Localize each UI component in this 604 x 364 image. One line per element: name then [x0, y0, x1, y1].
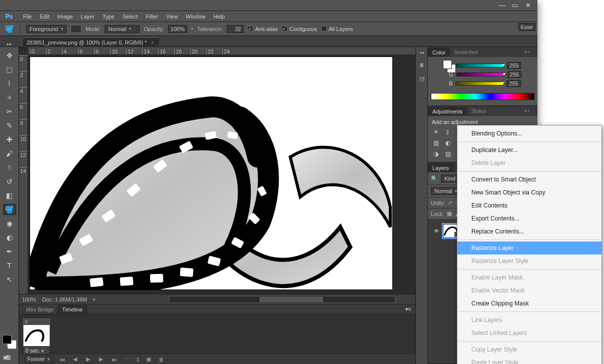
- ctx-export-contents[interactable]: Export Contents...: [457, 212, 601, 225]
- contiguous-checkbox[interactable]: ✓Contiguous: [282, 26, 317, 32]
- crop-tool[interactable]: ✂: [3, 106, 16, 117]
- tab-color[interactable]: Color: [428, 48, 450, 56]
- close-button[interactable]: ✕: [521, 2, 534, 10]
- last-frame-icon[interactable]: ⏭: [110, 356, 118, 362]
- opacity-value[interactable]: 100%: [168, 25, 187, 33]
- workspace-switcher[interactable]: Esse: [518, 23, 535, 31]
- move-tool[interactable]: ✥: [3, 50, 16, 61]
- info-dropdown-icon[interactable]: ▸: [93, 296, 96, 302]
- blur-tool[interactable]: ◉: [3, 218, 16, 229]
- color-spectrum[interactable]: [431, 93, 534, 100]
- b-value[interactable]: 255: [506, 80, 520, 87]
- r-value[interactable]: 255: [507, 62, 521, 69]
- menu-window[interactable]: Window: [182, 11, 209, 22]
- loop-dropdown[interactable]: Forever: [24, 356, 53, 363]
- vibrance-icon[interactable]: ▥: [432, 139, 440, 147]
- posterize-icon[interactable]: ▤: [444, 150, 452, 158]
- stamp-tool[interactable]: ⎍: [3, 162, 16, 173]
- menu-image[interactable]: Image: [54, 11, 77, 22]
- r-slider[interactable]: ▾: [456, 64, 504, 68]
- properties-panel-icon[interactable]: ◳: [419, 76, 424, 82]
- tab-layers[interactable]: Layers: [428, 164, 453, 172]
- doc-size-info[interactable]: Doc: 1.06M/1.38M: [42, 296, 87, 302]
- frame-duration[interactable]: 0 sec. ▾: [23, 346, 50, 354]
- tab-adjustments[interactable]: Adjustments: [428, 107, 467, 116]
- paint-bucket-tool[interactable]: 🪣: [3, 204, 16, 215]
- marquee-tool[interactable]: ▢: [3, 64, 16, 75]
- b-slider[interactable]: ▾: [455, 82, 503, 86]
- menu-filter[interactable]: Filter: [142, 11, 162, 22]
- horizontal-scrollbar[interactable]: [169, 296, 395, 303]
- ctx-convert-to-smart-object[interactable]: Convert to Smart Object: [457, 173, 601, 186]
- type-tool[interactable]: T: [3, 260, 16, 271]
- blend-mode-dropdown[interactable]: Normal: [431, 187, 460, 195]
- ctx-blending-options[interactable]: Blending Options...: [457, 127, 601, 140]
- prev-frame-icon[interactable]: ◀: [71, 356, 79, 362]
- tab-strip-expand-icon[interactable]: ▸▸: [7, 42, 12, 46]
- levels-icon[interactable]: ⫿: [444, 128, 452, 136]
- tolerance-value[interactable]: 32: [227, 25, 244, 33]
- lasso-tool[interactable]: ⌇: [3, 78, 16, 89]
- play-icon[interactable]: ▶: [84, 356, 92, 362]
- panel-menu-icon[interactable]: ▾≡: [405, 306, 411, 312]
- delete-frame-icon[interactable]: 🗑: [158, 356, 166, 362]
- document-canvas[interactable]: [30, 57, 392, 290]
- layer-context-menu[interactable]: Blending Options...Duplicate Layer...Del…: [457, 125, 602, 364]
- fill-source-dropdown[interactable]: Foreground: [26, 25, 67, 33]
- tab-styles[interactable]: Styles: [467, 107, 490, 115]
- menu-layer[interactable]: Layer: [77, 11, 99, 22]
- first-frame-icon[interactable]: ⏮: [58, 356, 66, 362]
- color-panel-menu-icon[interactable]: ▾≡: [520, 48, 534, 56]
- antialias-checkbox[interactable]: ✓Anti-alias: [248, 26, 278, 32]
- g-slider[interactable]: ▾: [456, 72, 504, 76]
- quickmask-icon[interactable]: ◙: [4, 354, 7, 361]
- brush-tool[interactable]: 🖌: [3, 148, 16, 159]
- visibility-toggle-icon[interactable]: 👁: [433, 228, 440, 234]
- history-panel-icon[interactable]: ≣: [419, 62, 424, 68]
- tween-icon[interactable]: ⋯: [123, 356, 131, 362]
- lock-pixels-icon[interactable]: ▦: [447, 210, 452, 217]
- g-value[interactable]: 255: [507, 71, 521, 78]
- all-layers-checkbox[interactable]: All Layers: [321, 26, 353, 32]
- ctx-edit-contents[interactable]: Edit Contents: [457, 199, 601, 212]
- minimize-button[interactable]: —: [495, 2, 508, 10]
- zoom-level[interactable]: 100%: [22, 296, 36, 302]
- foreground-color-well[interactable]: [3, 335, 12, 344]
- eraser-tool[interactable]: ◧: [3, 190, 16, 201]
- maximize-button[interactable]: ▭: [508, 2, 521, 10]
- dodge-tool[interactable]: ◐: [3, 232, 16, 243]
- history-brush-tool[interactable]: ↺: [3, 176, 16, 187]
- menu-file[interactable]: File: [19, 11, 36, 22]
- color-wells[interactable]: [3, 335, 17, 349]
- path-selection-tool[interactable]: ↖: [3, 274, 16, 285]
- dock-collapse-icon[interactable]: ◂◂: [419, 50, 424, 55]
- ctx-create-clipping-mask[interactable]: Create Clipping Mask: [457, 297, 601, 310]
- timeline-frame[interactable]: 1: [23, 318, 50, 346]
- ctx-replace-contents[interactable]: Replace Contents...: [457, 225, 601, 238]
- menu-type[interactable]: Type: [99, 11, 119, 22]
- menu-select[interactable]: Select: [119, 11, 142, 22]
- eyedropper-tool[interactable]: ✎: [3, 120, 16, 131]
- pattern-swatch-icon[interactable]: [71, 25, 82, 33]
- pen-tool[interactable]: ✒: [3, 246, 16, 257]
- invert-icon[interactable]: ◑: [432, 150, 440, 158]
- hue-icon[interactable]: ◐: [444, 139, 452, 147]
- menu-help[interactable]: Help: [209, 11, 229, 22]
- magic-wand-tool[interactable]: ✧: [3, 92, 16, 103]
- ctx-duplicate-layer[interactable]: Duplicate Layer...: [457, 144, 601, 156]
- mode-dropdown[interactable]: Normal: [105, 25, 140, 33]
- adjustments-menu-icon[interactable]: ▾≡: [520, 108, 534, 114]
- healing-tool[interactable]: ✚: [3, 134, 16, 145]
- next-frame-icon[interactable]: ▶: [97, 356, 105, 362]
- unify-position-icon[interactable]: ⤢: [448, 200, 452, 206]
- close-tab-icon[interactable]: ×: [151, 40, 154, 46]
- new-frame-icon[interactable]: ▣: [145, 356, 153, 362]
- menu-edit[interactable]: Edit: [36, 11, 54, 22]
- ctx-rasterize-layer[interactable]: Rasterize Layer: [457, 242, 601, 254]
- ctx-new-smart-object-via-copy[interactable]: New Smart Object via Copy: [457, 186, 601, 199]
- tab-timeline[interactable]: Timeline: [58, 305, 87, 314]
- document-tab[interactable]: 283851_preview.png @ 100% (Layer 0, RGB/…: [22, 38, 159, 47]
- tab-mini-bridge[interactable]: Mini Bridge: [22, 306, 58, 314]
- brightness-icon[interactable]: ☀: [432, 128, 440, 136]
- menu-view[interactable]: View: [162, 11, 182, 22]
